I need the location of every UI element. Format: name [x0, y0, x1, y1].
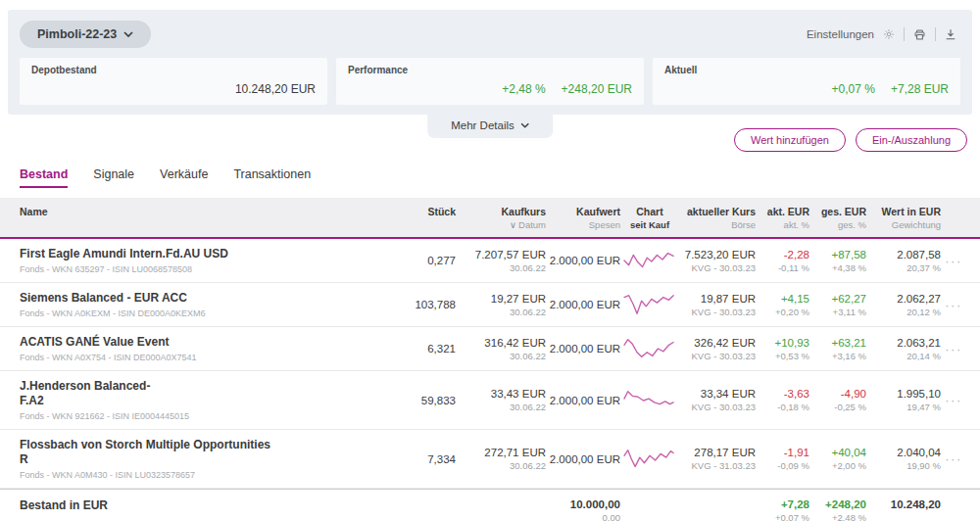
cell-akt-kurs: 326,42 EUR [679, 337, 756, 349]
cell-gewichtung: 19,90 % [866, 460, 941, 471]
performance-value: +248,20 EUR [562, 82, 632, 96]
view-tabs: Bestand Signale Verkäufe Transaktionen [20, 167, 960, 188]
col-header-akt-eur[interactable]: akt. EUR akt. % [756, 206, 809, 230]
tab-bestand[interactable]: Bestand [20, 167, 68, 188]
fund-name[interactable]: Flossbach von Storch Multiple Opportunit… [20, 438, 399, 467]
cell-akt-eur: -2,28 [756, 249, 809, 260]
table-row[interactable]: J.Henderson Balanced- F.A2 Fonds - WKN 9… [0, 371, 980, 430]
cell-boerse: KVG - 30.03.23 [679, 307, 756, 317]
cell-kaufkurs: 19,27 EUR [456, 293, 546, 305]
cell-gewichtung: 20,37 % [866, 262, 941, 273]
summary-kaufwert: 10.000,00 [546, 498, 620, 510]
cell-ges-eur: +63,21 [809, 337, 866, 349]
depot-value: 10.248,20 EUR [235, 82, 316, 96]
fund-identifiers: Fonds - WKN A0M430 - ISIN LU0323578657 [20, 470, 399, 480]
col-header-wert[interactable]: Wert in EUR Gewichtung [866, 206, 941, 230]
cell-akt-pct: +0,20 % [756, 307, 809, 317]
add-value-button[interactable]: Wert hinzufügen [734, 128, 846, 152]
settings-label[interactable]: Einstellungen [807, 28, 874, 40]
card-aktuell: Aktuell +0,07 % +7,28 EUR [653, 58, 960, 105]
card-label: Performance [348, 65, 632, 75]
cell-kauf-datum: 30.06.22 [456, 460, 546, 471]
fund-name[interactable]: Siemens Balanced - EUR ACC [20, 291, 399, 306]
sparkline-chart[interactable] [620, 388, 679, 413]
sparkline-chart[interactable] [620, 248, 679, 273]
cell-kaufkurs: 33,43 EUR [456, 388, 546, 400]
cell-akt-kurs: 33,34 EUR [679, 388, 756, 400]
summary-ges-pct: +2,48 % [809, 512, 866, 521]
tab-verkaeufe[interactable]: Verkäufe [160, 167, 208, 188]
cell-stueck: 59,833 [399, 395, 456, 406]
cell-boerse: KVG - 30.03.23 [679, 402, 756, 412]
sub-header-row: Mehr Details Wert hinzufügen Ein-/Auszah… [0, 115, 980, 160]
cell-gewichtung: 20,12 % [866, 307, 941, 317]
cell-wert: 2.063,21 [866, 337, 941, 349]
kebab-icon[interactable]: ··· [941, 343, 966, 355]
col-header-name[interactable]: Name [20, 206, 399, 217]
cell-kaufwert: 2.000,00 EUR [546, 453, 620, 465]
table-row[interactable]: ACATIS GANÉ Value Event Fonds - WKN A0X7… [0, 327, 980, 371]
fund-identifiers: Fonds - WKN 921662 - ISIN IE0004445015 [20, 411, 399, 421]
fund-name[interactable]: J.Henderson Balanced- F.A2 [20, 379, 399, 408]
cell-stueck: 6,321 [399, 343, 456, 355]
card-depotbestand: Depotbestand 10.248,20 EUR [20, 58, 327, 105]
portfolio-selector[interactable]: Pimboli-22-23 [20, 21, 151, 48]
table-header-row: Name Stück Kaufkurs ∨Datum Kaufwert Spes… [0, 198, 980, 239]
kebab-icon[interactable]: ··· [941, 255, 966, 267]
tab-signale[interactable]: Signale [93, 167, 134, 188]
divider [935, 27, 936, 41]
card-label: Aktuell [664, 65, 949, 75]
cell-ges-pct: +2,00 % [809, 460, 866, 471]
deposit-withdraw-button[interactable]: Ein-/Auszahlung [856, 128, 967, 152]
tab-transaktionen[interactable]: Transaktionen [233, 167, 311, 188]
kebab-icon[interactable]: ··· [941, 299, 966, 311]
cell-wert: 1.995,10 [866, 388, 941, 400]
kebab-icon[interactable]: ··· [941, 394, 966, 406]
holdings-table: Name Stück Kaufkurs ∨Datum Kaufwert Spes… [0, 198, 980, 521]
card-label: Depotbestand [31, 65, 316, 75]
table-row[interactable]: Flossbach von Storch Multiple Opportunit… [0, 430, 980, 489]
cell-akt-eur: +10,93 [756, 337, 809, 349]
summary-wert: 10.248,20 [866, 498, 941, 510]
cell-stueck: 0,277 [399, 255, 456, 266]
table-body: First Eagle Amundi Intern.Fd.AU USD Fond… [0, 239, 980, 489]
col-header-kaufwert[interactable]: Kaufwert Spesen [546, 206, 620, 230]
cell-akt-kurs: 7.523,20 EUR [679, 249, 756, 260]
cell-akt-pct: -0,18 % [756, 402, 809, 412]
cell-gewichtung: 20,14 % [866, 351, 941, 361]
cell-akt-kurs: 278,17 EUR [679, 447, 756, 458]
cell-kaufkurs: 272,71 EUR [456, 447, 546, 458]
chevron-down-icon [520, 122, 529, 128]
print-button[interactable] [913, 28, 926, 41]
sparkline-chart[interactable] [620, 336, 679, 361]
cell-akt-kurs: 19,87 EUR [679, 293, 756, 305]
kebab-icon[interactable]: ··· [941, 452, 966, 465]
cell-gewichtung: 19,47 % [866, 402, 941, 412]
cell-wert: 2.087,58 [866, 249, 941, 260]
col-header-ges-eur[interactable]: ges. EUR ges. % [809, 206, 866, 230]
cell-akt-eur: -3,63 [756, 388, 809, 400]
summary-akt-eur: +7,28 [756, 498, 809, 510]
fund-name[interactable]: ACATIS GANÉ Value Event [20, 335, 399, 350]
cell-boerse: KVG - 30.03.23 [679, 351, 756, 361]
col-header-akt-kurs[interactable]: aktueller Kurs Börse [679, 206, 756, 230]
more-details-button[interactable]: Mehr Details [427, 115, 553, 138]
col-header-kaufkurs[interactable]: Kaufkurs ∨Datum [456, 206, 546, 230]
fund-name[interactable]: First Eagle Amundi Intern.Fd.AU USD [20, 247, 399, 261]
cell-kaufwert: 2.000,00 EUR [546, 343, 620, 355]
col-header-stueck[interactable]: Stück [399, 206, 456, 217]
more-details-label: Mehr Details [451, 119, 514, 131]
download-button[interactable] [945, 28, 956, 40]
table-row[interactable]: First Eagle Amundi Intern.Fd.AU USD Fond… [0, 239, 980, 283]
cell-kaufwert: 2.000,00 EUR [546, 299, 620, 310]
table-row[interactable]: Siemens Balanced - EUR ACC Fonds - WKN A… [0, 283, 980, 327]
gear-icon[interactable] [883, 28, 895, 40]
cell-ges-pct: -0,25 % [809, 402, 866, 412]
sparkline-chart[interactable] [620, 447, 679, 472]
cell-akt-pct: +0,53 % [756, 351, 809, 361]
fund-identifiers: Fonds - WKN A0KEXM - ISIN DE000A0KEXM6 [20, 308, 399, 318]
sparkline-chart[interactable] [620, 292, 679, 317]
divider [904, 27, 905, 41]
summary-spesen: 0,00 [546, 512, 620, 521]
cell-ges-pct: +3,16 % [809, 351, 866, 361]
